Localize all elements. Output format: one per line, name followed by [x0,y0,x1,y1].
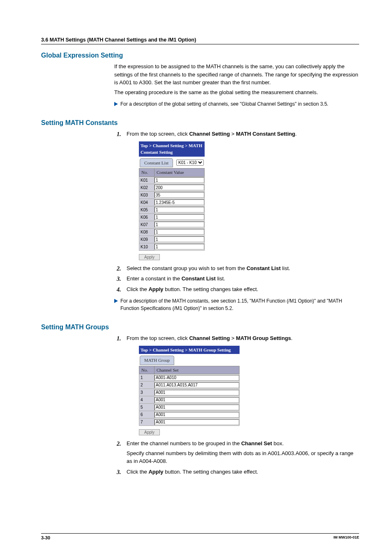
constants-range-select[interactable]: K01 - K10 [176,160,204,166]
channel-set-input[interactable] [154,405,239,410]
table-row: K01 [139,176,205,184]
table-row: 7 [139,419,240,426]
document-id: IM MW100-01E [333,535,359,540]
table-row: K09 [139,236,205,243]
global-para-1: If the expression to be assigned to the … [114,62,359,87]
constants-step-3: Enter a constant in the Constant List li… [114,275,359,283]
table-row: K10 [139,243,205,250]
note-arrow-icon [114,299,118,303]
constants-step-1: From the top screen, click Channel Setti… [114,130,359,260]
constants-tab[interactable]: Constant List [140,158,173,168]
heading-math-constants: Setting MATH Constants [41,119,359,127]
groups-col-no: No. [139,366,154,374]
groups-step-2: Enter the channel numbers to be grouped … [114,439,359,465]
constant-value-input[interactable] [154,207,204,213]
table-row: K07 [139,221,205,228]
table-row: 6 [139,411,240,419]
page-number: 3-30 [41,535,50,540]
constant-value-input[interactable] [154,214,204,220]
groups-tab[interactable]: MATH Group [140,356,174,365]
channel-set-input[interactable] [154,412,239,418]
table-row: 1 [139,374,240,382]
table-row: 3 [139,389,240,396]
table-row: K08 [139,228,205,236]
groups-col-channel: Channel Set [154,366,240,374]
heading-math-groups: Setting MATH Groups [41,324,359,331]
constants-note: For a description of the MATH constants,… [120,297,359,312]
table-row: K05 [139,206,205,213]
note-arrow-icon [114,102,118,106]
running-header: 3.6 MATH Settings (MATH Channel Settings… [41,37,359,44]
groups-step-1: From the top screen, click Channel Setti… [114,334,359,435]
constants-step-4: Click the Apply button. The setting chan… [114,285,359,294]
table-row: 5 [139,404,240,411]
table-row: K02 [139,184,205,191]
constant-value-input[interactable] [154,199,204,205]
channel-set-input[interactable] [154,375,239,381]
groups-step-3: Click the Apply button. The setting chan… [114,468,359,476]
constant-value-input[interactable] [154,192,204,198]
channel-set-input[interactable] [154,390,239,395]
constants-table: No. Constant Value K01 K02 K03 K04 K05 K… [139,168,205,251]
table-row: K06 [139,213,205,221]
global-para-2: The operating procedure is the same as t… [114,88,359,97]
table-row: 2 [139,382,240,389]
channel-set-input[interactable] [154,397,239,403]
constants-col-value: Constant Value [154,169,205,177]
groups-table: No. Channel Set 1 2 3 4 5 6 7 [139,366,240,426]
heading-global-expression: Global Expression Setting [41,52,359,59]
table-row: K03 [139,191,205,199]
constant-value-input[interactable] [154,236,204,242]
constants-apply-button[interactable]: Apply [139,254,160,260]
channel-set-input[interactable] [154,419,239,425]
constant-value-input[interactable] [154,185,204,190]
groups-step-2-detail: Specify channel numbers by delimiting th… [127,449,359,465]
constant-value-input[interactable] [154,244,204,250]
constants-breadcrumb: Top > Channel Setting > MATH Constant Se… [139,141,205,157]
channel-set-input[interactable] [154,382,239,388]
constant-value-input[interactable] [154,229,204,235]
table-row: K04 [139,199,205,206]
table-row: 4 [139,396,240,404]
groups-breadcrumb: Top > Channel Setting > MATH Group Setti… [139,346,240,354]
constant-value-input[interactable] [154,222,204,227]
constants-step-2: Select the constant group you wish to se… [114,264,359,273]
global-note: For a description of the global setting … [120,100,359,108]
groups-apply-button[interactable]: Apply [139,429,160,435]
constants-col-no: No. [139,169,154,177]
constant-value-input[interactable] [154,177,204,183]
